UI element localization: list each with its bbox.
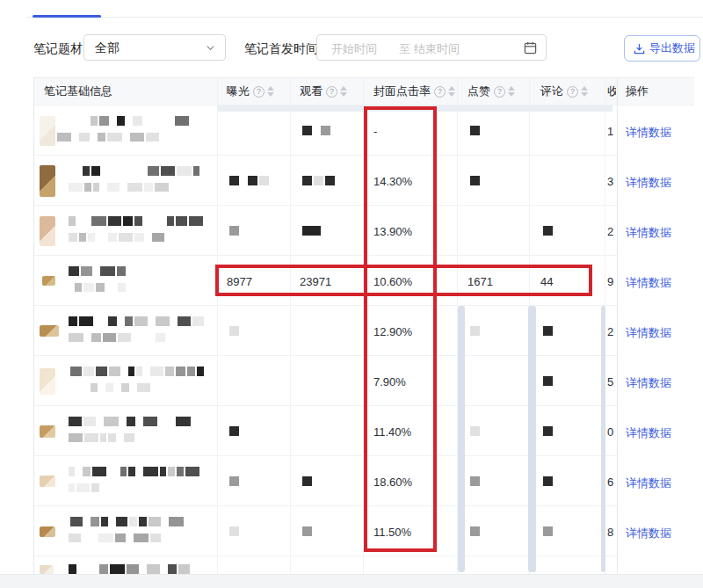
cell-ctr: - <box>373 125 377 138</box>
redacted-value <box>229 476 239 486</box>
help-icon[interactable]: ? <box>434 86 446 98</box>
sort-carets-icon[interactable] <box>340 86 347 97</box>
redacted-text <box>99 564 108 574</box>
redacted-text <box>76 483 90 492</box>
detail-link[interactable]: 详情数据 <box>626 526 671 541</box>
download-icon <box>634 43 645 54</box>
redacted-text <box>116 517 127 526</box>
redacted-text <box>121 383 129 392</box>
redacted-value <box>229 326 239 336</box>
redacted-text <box>69 333 83 342</box>
redacted-text <box>134 216 142 226</box>
date-separator: 至 <box>399 41 410 57</box>
horizontal-scroll-track[interactable] <box>217 105 612 112</box>
row-divider <box>33 505 694 506</box>
redacted-text <box>83 166 90 176</box>
help-icon[interactable]: ? <box>326 86 337 98</box>
cell-ctr: 11.50% <box>373 526 411 539</box>
redacted-text <box>84 433 98 442</box>
redacted-text <box>124 433 134 442</box>
column-divider <box>363 77 364 574</box>
redacted-value <box>302 476 312 486</box>
redacted-text <box>83 367 94 376</box>
detail-link[interactable]: 详情数据 <box>626 275 671 291</box>
redacted-text <box>98 133 105 142</box>
sort-carets-icon[interactable] <box>267 86 274 97</box>
redacted-value <box>302 176 312 185</box>
redacted-value <box>543 226 553 236</box>
detail-link[interactable]: 详情数据 <box>626 175 671 191</box>
redacted-text <box>69 183 83 192</box>
column-scroll-stripe <box>528 306 536 572</box>
detail-link[interactable]: 详情数据 <box>626 475 671 491</box>
sort-up-caret <box>340 86 347 91</box>
sort-down-caret <box>448 92 455 97</box>
redacted-text <box>117 266 126 276</box>
redacted-text <box>175 116 189 126</box>
col-header-collects[interactable]: 收藏? <box>605 77 616 105</box>
sort-carets-icon[interactable] <box>448 86 455 97</box>
redacted-text <box>148 166 159 176</box>
redacted-value <box>543 476 553 486</box>
col-header-views[interactable]: 观看? <box>290 77 363 105</box>
cell-collects-clipped: 0 <box>607 425 616 439</box>
note-thumbnail <box>40 526 55 537</box>
redacted-text <box>150 534 161 542</box>
cell-collects-clipped: 8 <box>607 526 616 539</box>
detail-link[interactable]: 详情数据 <box>626 325 671 341</box>
redacted-value <box>543 326 553 336</box>
col-header-exposure[interactable]: 曝光? <box>217 77 290 105</box>
export-data-button[interactable]: 导出数据 <box>624 35 700 62</box>
redacted-text <box>75 283 82 292</box>
date-start-input[interactable]: 开始时间 <box>331 41 377 57</box>
row-divider <box>33 455 694 456</box>
active-tab-underline <box>33 15 101 18</box>
col-header-ctr[interactable]: 封面点击率? <box>363 77 457 105</box>
redacted-text <box>98 534 113 542</box>
table-left-border <box>33 77 34 574</box>
redacted-text <box>83 283 94 292</box>
redacted-text <box>69 534 81 542</box>
col-header-label: 收藏 <box>607 83 616 99</box>
help-icon[interactable]: ? <box>253 86 265 98</box>
row-divider <box>33 255 694 256</box>
help-icon[interactable]: ? <box>494 86 505 98</box>
redacted-text <box>136 367 142 376</box>
note-thumbnail <box>40 216 55 246</box>
redacted-value <box>229 426 239 436</box>
detail-link[interactable]: 详情数据 <box>626 125 671 141</box>
redacted-text <box>110 564 125 574</box>
cell-ctr: 7.90% <box>373 375 406 388</box>
redacted-text <box>143 417 157 426</box>
redacted-text <box>144 183 153 192</box>
redacted-text <box>127 183 142 192</box>
help-icon[interactable]: ? <box>567 86 578 98</box>
col-header-likes[interactable]: 点赞? <box>457 77 529 105</box>
redacted-text <box>100 433 106 442</box>
sort-carets-icon[interactable] <box>581 86 588 97</box>
col-header-comments[interactable]: 评论? <box>529 77 605 105</box>
cell-collects-clipped: 5 <box>607 375 616 388</box>
date-range-picker[interactable]: 开始时间 至 结束时间 <box>316 34 547 61</box>
redacted-text <box>107 183 120 192</box>
redacted-text <box>96 283 105 292</box>
redacted-text <box>193 166 199 176</box>
redacted-text <box>108 433 116 442</box>
detail-link[interactable]: 详情数据 <box>626 375 671 391</box>
redacted-text <box>143 467 158 476</box>
redacted-text <box>108 216 121 226</box>
redacted-text <box>99 116 109 126</box>
detail-link[interactable]: 详情数据 <box>626 425 671 441</box>
sort-carets-icon[interactable] <box>508 86 515 97</box>
col-header-label: 观看 <box>300 83 323 99</box>
topic-select[interactable]: 全部 <box>83 34 226 61</box>
detail-link[interactable]: 详情数据 <box>626 225 671 241</box>
redacted-text <box>91 166 100 176</box>
cell-collects-clipped: 9 <box>607 275 616 288</box>
date-end-input[interactable]: 结束时间 <box>414 41 460 57</box>
bottom-scroll-area[interactable] <box>0 574 703 588</box>
redacted-text <box>107 133 122 142</box>
redacted-text <box>139 517 147 526</box>
redacted-value <box>248 176 257 185</box>
redacted-text <box>101 517 108 526</box>
